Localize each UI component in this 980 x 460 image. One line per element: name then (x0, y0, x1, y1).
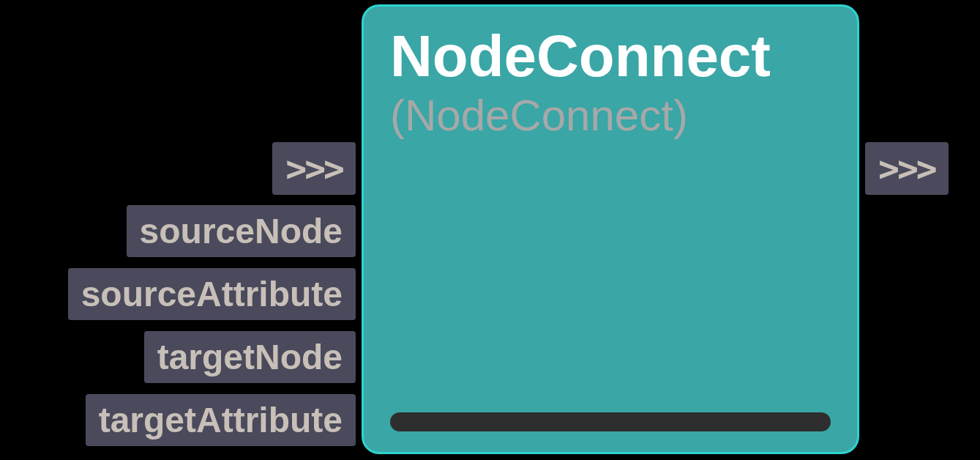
input-flow-port[interactable]: >>> (272, 142, 356, 195)
node-subtitle: (NodeConnect) (390, 90, 831, 141)
input-port-source-attribute[interactable]: sourceAttribute (68, 268, 356, 320)
node-footer-bar (390, 412, 831, 431)
input-port-target-attribute[interactable]: targetAttribute (86, 394, 356, 446)
input-port-target-node[interactable]: targetNode (144, 331, 356, 383)
node-title: NodeConnect (390, 24, 831, 89)
node-connect-block[interactable]: NodeConnect (NodeConnect) (362, 4, 859, 454)
input-port-source-node[interactable]: sourceNode (127, 205, 356, 257)
node-graph-canvas[interactable]: NodeConnect (NodeConnect) >>> sourceNode… (0, 0, 980, 460)
output-flow-port[interactable]: >>> (865, 142, 949, 195)
